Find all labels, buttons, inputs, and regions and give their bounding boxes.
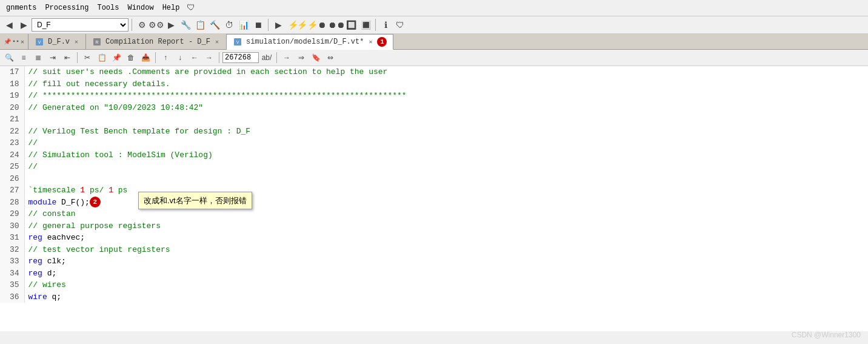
move-up-btn[interactable]: ↑ <box>159 51 172 64</box>
stop[interactable]: ⏹ <box>252 18 265 32</box>
forward-button[interactable]: ▶ <box>17 18 30 32</box>
fit-device[interactable]: 📋 <box>193 18 207 32</box>
paste-btn[interactable]: 📌 <box>110 51 123 64</box>
assembler[interactable]: 🔨 <box>208 18 221 32</box>
line-code[interactable]: reg d; <box>24 268 868 280</box>
pin-icon: 📌 <box>4 38 11 46</box>
tab-dfv-close[interactable]: ✕ <box>73 38 79 46</box>
code-editor[interactable]: 17// suit user's needs .Comments are pro… <box>0 66 868 331</box>
comment-text: // wires <box>28 280 66 289</box>
line-number: 34 <box>0 268 24 280</box>
sidebar-toggle[interactable]: 📌 ▪▪ ✕ <box>0 34 28 49</box>
compile-button[interactable]: ⚙ <box>135 18 149 32</box>
line-code[interactable]: // Verilog Test Bench template for desig… <box>24 126 868 138</box>
line-code[interactable] <box>24 173 868 185</box>
entity-dropdown[interactable]: D_F <box>32 18 129 32</box>
run-sim[interactable]: ▶ <box>272 18 285 32</box>
line-code[interactable]: // test vector input registers <box>24 244 868 256</box>
timescale-directive: `timescale <box>28 186 81 195</box>
table-row: 27`timescale 1 ps/ 1 ps <box>0 184 868 197</box>
rtl-viewer[interactable]: 🔳 <box>359 18 372 32</box>
line-code[interactable]: // Simulation tool : ModelSim (Verilog) <box>24 149 868 161</box>
format-btn[interactable]: ≡ <box>17 51 30 64</box>
edit-sep1 <box>77 52 78 63</box>
tab-sim-close[interactable]: ✕ <box>367 38 373 46</box>
line-number: 23 <box>0 137 24 149</box>
comment-text: // *************************************… <box>28 91 407 100</box>
line-number: 21 <box>0 113 24 126</box>
menu-window[interactable]: Window <box>124 2 157 13</box>
insert-btn[interactable]: 📥 <box>139 51 152 64</box>
bookmark-btn[interactable]: 🔖 <box>309 51 322 64</box>
tab-sim[interactable]: V simulation/modelsim/D_F.vt* ✕ 1 <box>227 34 393 50</box>
tab-dfv[interactable]: V D_F.v ✕ <box>28 34 86 49</box>
menu-help[interactable]: Help <box>159 2 184 13</box>
line-number: 27 <box>0 184 24 197</box>
edit-toolbar: 🔍 ≡ ≣ ⇥ ⇤ ✂ 📋 📌 🗑 📥 ↑ ↓ ← → ab/ → ⇒ 🔖 ⇔ <box>0 50 868 66</box>
code-keyword: reg <box>28 233 47 242</box>
line-code[interactable]: // constan <box>24 208 868 220</box>
menubar: gnments Processing Tools Window Help 🛡 <box>0 0 868 16</box>
zoom-in-btn[interactable]: 🔍 <box>2 51 16 64</box>
analyze-button[interactable]: 🔧 <box>179 18 192 32</box>
sidebar-arrows: ▪▪ <box>12 38 19 45</box>
sim4[interactable]: ⏺⏺ <box>330 18 343 32</box>
tab-dfv-label: D_F.v <box>48 38 70 46</box>
svg-text:V: V <box>38 40 41 44</box>
line-code[interactable] <box>24 113 868 126</box>
indent-btn[interactable]: ⇥ <box>46 51 59 64</box>
help-btn2[interactable]: 🛡 <box>393 18 407 32</box>
sim2[interactable]: ⚡⚡ <box>301 18 314 32</box>
outdent-btn[interactable]: ⇤ <box>61 51 74 64</box>
start-compilation[interactable]: ▶ <box>164 18 178 32</box>
copy-btn[interactable]: 📋 <box>95 51 109 64</box>
main-toolbar: ◀ ▶ D_F ⚙ ⚙⚙ ▶ 🔧 📋 🔨 ⏱ 📊 ⏹ ▶ ⚡ ⚡⚡ ⏺ ⏺⏺ 🔲… <box>0 16 868 34</box>
menu-assignments[interactable]: gnments <box>2 2 40 13</box>
sim3[interactable]: ⏺ <box>315 18 329 32</box>
module-name: D_F(); <box>61 198 90 207</box>
compile-all-button[interactable]: ⚙⚙ <box>150 18 163 32</box>
line-code[interactable]: // suit user's needs .Comments are provi… <box>24 66 868 78</box>
help-icon[interactable]: 🛡 <box>184 1 198 15</box>
menu-tools[interactable]: Tools <box>93 2 122 13</box>
tab-report[interactable]: R Compilation Report - D_F ✕ <box>86 34 227 49</box>
table-row: 29// constan <box>0 208 868 220</box>
code-identifier: q; <box>52 292 62 302</box>
line-number-input[interactable] <box>222 52 259 63</box>
move-left-btn[interactable]: ← <box>188 51 201 64</box>
timing[interactable]: ⏱ <box>222 18 236 32</box>
tab-report-close[interactable]: ✕ <box>214 38 220 46</box>
back-button[interactable]: ◀ <box>2 18 16 32</box>
line-code[interactable]: wire q; <box>24 291 868 303</box>
line-code[interactable]: // <box>24 161 868 173</box>
line-number: 35 <box>0 279 24 291</box>
eda[interactable]: 📊 <box>237 18 250 32</box>
line-code[interactable]: // general purpose registers <box>24 220 868 232</box>
watermark: CSDN @Winner1300 <box>792 331 861 339</box>
menu-processing[interactable]: Processing <box>41 2 92 13</box>
move-down-btn[interactable]: ↓ <box>173 51 187 64</box>
goto-line-btn[interactable]: ⇒ <box>295 51 308 64</box>
line-code[interactable]: // wires <box>24 279 868 291</box>
chip-planner[interactable]: 🔲 <box>344 18 358 32</box>
line-number: 32 <box>0 244 24 256</box>
format2-btn[interactable]: ≣ <box>32 51 45 64</box>
delete-btn[interactable]: 🗑 <box>124 51 138 64</box>
autocomplete-btn[interactable]: ab/ <box>260 51 273 64</box>
find-btn[interactable]: → <box>280 51 293 64</box>
info-btn[interactable]: ℹ <box>379 18 392 32</box>
line-code[interactable]: // *************************************… <box>24 90 868 102</box>
sep2 <box>268 19 269 31</box>
line-code[interactable]: reg clk; <box>24 255 868 268</box>
line-code[interactable]: module D_F();2改成和.vt名字一样，否则报错 <box>24 197 868 209</box>
table-row: 33reg clk; <box>0 255 868 268</box>
align-btn[interactable]: ⇔ <box>324 51 337 64</box>
cut-btn[interactable]: ✂ <box>81 51 94 64</box>
tooltip-container: 2改成和.vt名字一样，否则报错 <box>90 198 103 207</box>
line-code[interactable]: // <box>24 137 868 149</box>
line-code[interactable]: // fill out necessary details. <box>24 78 868 90</box>
line-code[interactable]: reg eachvec; <box>24 232 868 244</box>
line-code[interactable]: // Generated on "10/09/2023 10:48:42" <box>24 102 868 114</box>
line-number: 19 <box>0 90 24 102</box>
move-right-btn[interactable]: → <box>202 51 216 64</box>
